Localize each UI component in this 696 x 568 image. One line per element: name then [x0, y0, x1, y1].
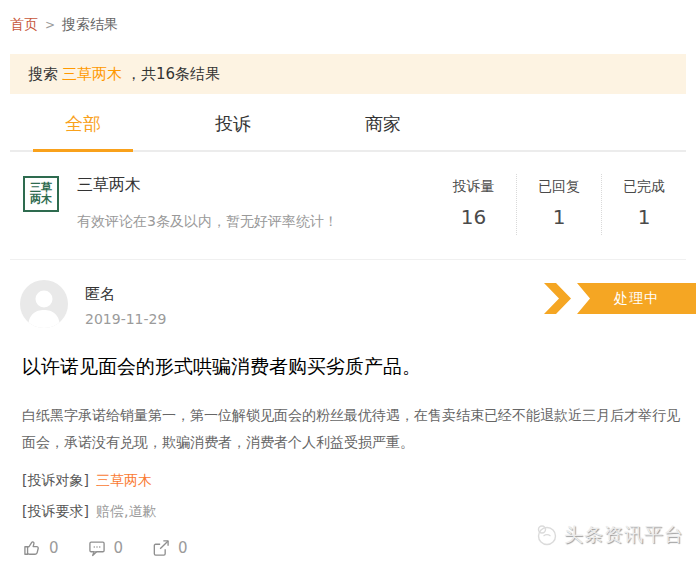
merchant-card: 三草 两木 三草两木 有效评论在3条及以内，暂无好评率统计！ 投诉量 16 已回… — [10, 172, 686, 260]
status-badge-label: 处理中 — [577, 283, 696, 314]
stat-replied: 已回复 1 — [516, 174, 601, 235]
breadcrumb-separator: > — [45, 18, 55, 32]
field-complaint-target-value[interactable]: 三草两木 — [96, 472, 152, 488]
complaint-fields: [投诉对象]三草两木 [投诉要求]赔偿,道歉 — [22, 472, 686, 521]
person-icon — [20, 280, 68, 328]
complaint-body: 白纸黑字承诺给销量第一，第一位解锁见面会的粉丝最优待遇，在售卖结束已经不能退款近… — [22, 402, 684, 456]
like-count: 0 — [49, 539, 59, 557]
stat-complaints-label: 投诉量 — [431, 178, 516, 196]
search-keyword: 三草两木 — [62, 65, 122, 84]
complaint-actions: 0 0 0 — [22, 538, 686, 558]
comment-icon — [87, 538, 107, 558]
like-button[interactable]: 0 — [22, 538, 59, 558]
stat-complaints-value: 16 — [431, 205, 516, 229]
tab-merchants[interactable]: 商家 — [333, 106, 433, 150]
complaint-meta: 匿名 2019-11-29 — [85, 280, 166, 328]
field-complaint-request-label: [投诉要求] — [22, 503, 89, 519]
stat-completed-value: 1 — [602, 205, 686, 229]
field-complaint-target: [投诉对象]三草两木 — [22, 472, 686, 490]
ribbon-chevron-icon — [544, 283, 571, 314]
share-icon — [151, 538, 171, 558]
status-badge: 处理中 — [544, 283, 696, 314]
field-complaint-request: [投诉要求]赔偿,道歉 — [22, 503, 686, 521]
field-complaint-request-value: 赔偿,道歉 — [96, 503, 156, 519]
share-count: 0 — [178, 539, 188, 557]
search-summary-prefix: 搜索 — [28, 65, 58, 84]
comment-button[interactable]: 0 — [87, 538, 124, 558]
avatar — [20, 280, 68, 328]
complaint-author: 匿名 — [85, 285, 166, 304]
stat-completed-label: 已完成 — [602, 178, 686, 196]
stat-complaints: 投诉量 16 — [431, 174, 516, 235]
stat-completed: 已完成 1 — [601, 174, 686, 235]
breadcrumb-current: 搜索结果 — [62, 16, 118, 34]
search-summary-count: ，共16条结果 — [126, 65, 220, 84]
breadcrumb-home-link[interactable]: 首页 — [10, 16, 38, 34]
result-tabs: 全部 投诉 商家 — [10, 106, 686, 152]
tab-complaints[interactable]: 投诉 — [183, 106, 283, 150]
merchant-rating-note: 有效评论在3条及以内，暂无好评率统计！ — [77, 213, 431, 231]
merchant-logo-line2: 两木 — [30, 194, 52, 206]
complaint-header: 匿名 2019-11-29 处理中 — [10, 280, 686, 328]
merchant-logo: 三草 两木 — [23, 176, 59, 212]
complaint-item: 匿名 2019-11-29 处理中 以许诺见面会的形式哄骗消费者购买劣质产品。 … — [10, 280, 686, 558]
search-summary-bar: 搜索 三草两木 ，共16条结果 — [10, 54, 686, 94]
comment-count: 0 — [114, 539, 124, 557]
breadcrumb: 首页 > 搜索结果 — [10, 0, 686, 34]
merchant-info: 三草两木 有效评论在3条及以内，暂无好评率统计！ — [77, 172, 431, 231]
stat-replied-value: 1 — [517, 205, 601, 229]
tab-all[interactable]: 全部 — [33, 106, 133, 152]
field-complaint-target-label: [投诉对象] — [22, 472, 89, 488]
complaint-date: 2019-11-29 — [85, 311, 166, 327]
merchant-stats: 投诉量 16 已回复 1 已完成 1 — [431, 174, 686, 235]
thumbs-up-icon — [22, 538, 42, 558]
stat-replied-label: 已回复 — [517, 178, 601, 196]
complaint-title-link[interactable]: 以许诺见面会的形式哄骗消费者购买劣质产品。 — [22, 354, 686, 380]
merchant-name-link[interactable]: 三草两木 — [77, 175, 431, 196]
share-button[interactable]: 0 — [151, 538, 188, 558]
search-results-page: 首页 > 搜索结果 搜索 三草两木 ，共16条结果 全部 投诉 商家 三草 两木… — [0, 0, 696, 568]
